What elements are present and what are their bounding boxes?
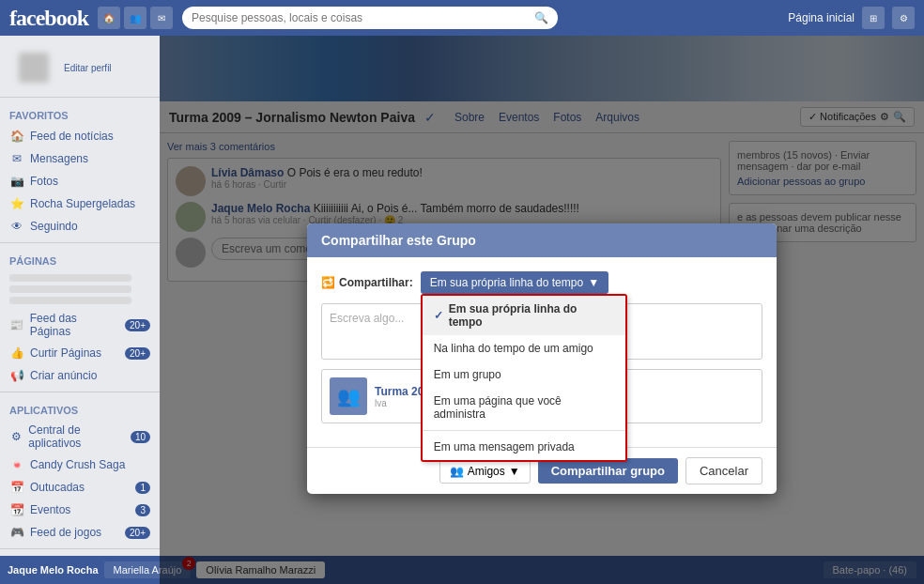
curtir-icon: 👍 bbox=[9, 346, 24, 361]
ad-icon: 📢 bbox=[9, 368, 24, 383]
outucadas-badge: 1 bbox=[135, 482, 150, 494]
aplicativos-title: APLICATIVOS bbox=[0, 397, 160, 420]
sidebar-item-curtir[interactable]: 👍 Curtir Páginas 20+ bbox=[0, 342, 160, 364]
share-group-button[interactable]: Compartilhar grupo bbox=[538, 458, 678, 484]
dropdown-label-2: Em um grupo bbox=[434, 368, 501, 381]
games-badge: 20+ bbox=[125, 527, 150, 539]
home-label: Página inicial bbox=[788, 11, 855, 24]
bottom-user1: Jaque Melo Rocha bbox=[8, 564, 99, 576]
share-modal: Compartilhar este Grupo 🔁 Compartilhar: … bbox=[307, 223, 777, 494]
modal-body: 🔁 Compartilhar: Em sua própria linha do … bbox=[307, 257, 777, 447]
sidebar-item-label: Feed de notícias bbox=[30, 130, 114, 143]
content-area: Turma 2009 – Jornalismo Newton Paiva ✓ S… bbox=[160, 36, 924, 584]
sidebar-item-messages[interactable]: ✉ Mensagens bbox=[0, 147, 160, 170]
divider3 bbox=[0, 392, 160, 392]
dropdown-item-3[interactable]: Em uma página que você administra bbox=[423, 388, 625, 427]
sidebar-item-candy[interactable]: 🍬 Candy Crush Saga bbox=[0, 453, 160, 476]
sidebar-item-label: Outucadas bbox=[30, 481, 85, 494]
divider4 bbox=[0, 548, 160, 549]
star-icon: ⭐ bbox=[9, 196, 24, 211]
sidebar-item-label: Seguindo bbox=[30, 220, 78, 233]
apps-badge: 10 bbox=[131, 431, 150, 443]
search-icon: 🔍 bbox=[534, 11, 548, 24]
candy-icon: 🍬 bbox=[9, 457, 24, 472]
avatar bbox=[19, 53, 49, 83]
blurred-page2 bbox=[9, 285, 131, 293]
share-dropdown-menu: ✓ Em sua própria linha do tempo Na linha… bbox=[421, 294, 627, 462]
share-dropdown-button[interactable]: Em sua própria linha do tempo ▼ bbox=[421, 271, 608, 294]
divider bbox=[0, 97, 160, 98]
blurred-page1 bbox=[9, 274, 131, 282]
friends-icon[interactable]: 👥 bbox=[124, 7, 146, 29]
share-label: 🔁 Compartilhar: bbox=[321, 276, 413, 289]
search-bar: 🔍 bbox=[182, 7, 558, 29]
sidebar-item-central-apps[interactable]: ⚙ Central de aplicativos 10 bbox=[0, 420, 160, 453]
sidebar-item-label: Eventos bbox=[30, 503, 70, 516]
feed-icon: 🏠 bbox=[9, 129, 24, 144]
eventos-icon: 📆 bbox=[9, 502, 24, 517]
dropdown-item-1[interactable]: Na linha do tempo de um amigo bbox=[423, 335, 625, 361]
messages-sidebar-icon: ✉ bbox=[9, 151, 24, 166]
modal-title: Compartilhar este Grupo bbox=[321, 233, 476, 248]
share-dropdown: Em sua própria linha do tempo ▼ ✓ Em sua… bbox=[421, 271, 608, 294]
feed-paginas-icon: 📰 bbox=[9, 317, 24, 332]
sidebar-item-label: Criar anúncio bbox=[30, 369, 97, 382]
cancel-button[interactable]: Cancelar bbox=[685, 457, 762, 484]
paginas-title: PÁGINAS bbox=[0, 248, 160, 270]
sidebar-item-feed-jogos[interactable]: 🎮 Feed de jogos 20+ bbox=[0, 521, 160, 544]
chevron-down-icon: ▼ bbox=[588, 276, 599, 289]
left-sidebar: Editar perfil FAVORITOS 🏠 Feed de notíci… bbox=[0, 36, 160, 584]
curtir-badge: 20+ bbox=[125, 347, 150, 360]
dropdown-item-0[interactable]: ✓ Em sua própria linha do tempo bbox=[423, 296, 625, 335]
sidebar-item-label: Rocha Supergeladas bbox=[30, 197, 135, 210]
dropdown-item-4[interactable]: Em uma mensagem privada bbox=[423, 434, 625, 460]
eventos-badge: 3 bbox=[135, 504, 150, 516]
dropdown-selected-label: Em sua própria linha do tempo bbox=[430, 276, 583, 289]
sidebar-item-criar-anuncio[interactable]: 📢 Criar anúncio bbox=[0, 364, 160, 387]
grid-icon[interactable]: ⊞ bbox=[862, 7, 885, 29]
games-icon: 🎮 bbox=[9, 525, 24, 540]
divider2 bbox=[0, 242, 160, 243]
main-layout: Editar perfil FAVORITOS 🏠 Feed de notíci… bbox=[0, 36, 924, 584]
search-input[interactable] bbox=[192, 11, 530, 24]
friends-icon: 👥 bbox=[450, 465, 464, 478]
share-icon: 🔁 bbox=[321, 276, 335, 289]
sidebar-item-label: Feed das Páginas bbox=[30, 312, 119, 338]
share-row: 🔁 Compartilhar: Em sua própria linha do … bbox=[321, 271, 762, 294]
sidebar-item-label: Fotos bbox=[30, 175, 58, 188]
sidebar-item-label: Central de aplicativos bbox=[28, 423, 125, 450]
friends-button[interactable]: 👥 Amigos ▼ bbox=[439, 459, 531, 484]
profile-section: Editar perfil bbox=[0, 43, 160, 92]
sidebar-item-photos[interactable]: 📷 Fotos bbox=[0, 170, 160, 192]
write-placeholder: Escreva algo... bbox=[330, 312, 404, 325]
check-icon: ✓ bbox=[434, 309, 443, 322]
settings-icon[interactable]: ⚙ bbox=[892, 7, 915, 29]
friends-label: Amigos bbox=[468, 465, 505, 478]
apps-icon: ⚙ bbox=[9, 429, 23, 444]
dropdown-item-2[interactable]: Em um grupo bbox=[423, 361, 625, 388]
friends-chevron: ▼ bbox=[509, 465, 520, 478]
home-icon[interactable]: 🏠 bbox=[98, 7, 120, 29]
sidebar-item-label: Candy Crush Saga bbox=[30, 458, 125, 471]
dropdown-label-3: Em uma página que você administra bbox=[434, 394, 614, 421]
feed-paginas-badge: 20+ bbox=[125, 319, 150, 331]
sidebar-item-rocha[interactable]: ⭐ Rocha Supergeladas bbox=[0, 192, 160, 215]
sidebar-item-feed-paginas[interactable]: 📰 Feed das Páginas 20+ bbox=[0, 308, 160, 342]
sidebar-item-label: Curtir Páginas bbox=[30, 346, 101, 360]
messages-icon[interactable]: ✉ bbox=[150, 7, 173, 29]
nav-icons-left: 🏠 👥 ✉ bbox=[98, 7, 173, 29]
edit-profile-link[interactable]: Editar perfil bbox=[64, 63, 112, 73]
dropdown-label-4: Em uma mensagem privada bbox=[434, 440, 575, 453]
outucadas-icon: 📅 bbox=[9, 480, 24, 495]
sidebar-item-outucadas[interactable]: 📅 Outucadas 1 bbox=[0, 476, 160, 499]
dropdown-divider bbox=[423, 430, 625, 431]
sidebar-item-feed[interactable]: 🏠 Feed de notícias bbox=[0, 125, 160, 147]
facebook-logo: facebook bbox=[9, 6, 88, 31]
eye-icon: 👁 bbox=[9, 219, 24, 234]
top-navigation: facebook 🏠 👥 ✉ 🔍 Página inicial ⊞ ⚙ bbox=[0, 0, 924, 36]
sidebar-item-label: Feed de jogos bbox=[30, 526, 101, 539]
sidebar-item-eventos[interactable]: 📆 Eventos 3 bbox=[0, 499, 160, 521]
sidebar-item-seguindo[interactable]: 👁 Seguindo bbox=[0, 215, 160, 238]
dropdown-label-0: Em sua própria linha do tempo bbox=[449, 302, 614, 329]
photos-icon: 📷 bbox=[9, 174, 24, 189]
